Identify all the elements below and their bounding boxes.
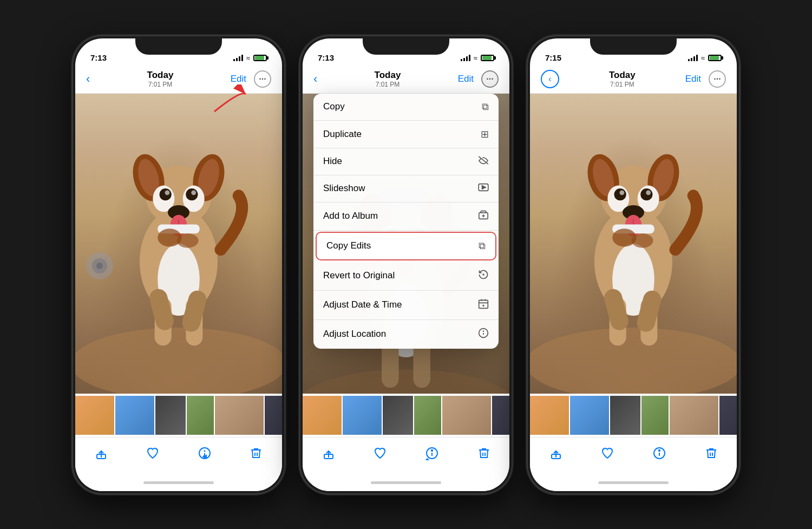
nav-left-1: ‹: [86, 72, 90, 86]
battery-icon-3: [708, 55, 722, 61]
nav-left-2: ‹: [313, 72, 317, 86]
svg-point-76: [620, 190, 625, 195]
delete-button-3[interactable]: [705, 447, 718, 460]
edit-button-2[interactable]: Edit: [458, 74, 474, 84]
nav-title-sub-3: 7:01 PM: [559, 81, 685, 88]
edit-button-3[interactable]: Edit: [685, 74, 701, 84]
nav-left-3: ‹: [541, 70, 559, 88]
svg-point-61: [431, 450, 432, 451]
thumb-3-4[interactable]: [641, 396, 669, 435]
menu-item-slideshow[interactable]: Slideshow: [313, 175, 499, 203]
toolbar-1: +i: [75, 437, 282, 475]
nav-right-2: Edit ···: [458, 70, 499, 88]
battery-icon-1: [253, 55, 267, 61]
home-bar-1: [143, 481, 214, 484]
home-bar-3: [598, 481, 669, 484]
heart-button-2[interactable]: [374, 447, 387, 460]
menu-item-revert[interactable]: Revert to Original: [313, 262, 499, 291]
photo-content-1: [75, 94, 282, 394]
thumb-4[interactable]: [187, 396, 214, 435]
menu-item-add-album[interactable]: Add to Album: [313, 203, 499, 231]
delete-button-1[interactable]: [250, 447, 263, 460]
thumb-2-3[interactable]: [383, 396, 413, 435]
notch-3: [590, 36, 677, 55]
svg-point-75: [640, 188, 652, 200]
menu-item-adjust-location[interactable]: Adjust Location: [313, 320, 499, 349]
heart-button-3[interactable]: [601, 447, 614, 460]
menu-label-adjust-location: Adjust Location: [323, 329, 386, 339]
menu-label-copy: Copy: [323, 101, 345, 112]
status-time-3: 7:15: [545, 53, 561, 62]
arrow-annotation-1: [209, 84, 252, 119]
menu-label-hide: Hide: [323, 156, 342, 167]
svg-text:+i: +i: [203, 454, 207, 459]
thumb-2-6[interactable]: [492, 396, 509, 435]
wifi-icon-1: ≈: [246, 54, 250, 62]
menu-label-revert: Revert to Original: [323, 270, 395, 281]
thumb-3-2[interactable]: [570, 396, 609, 435]
menu-item-copy-edits[interactable]: Copy Edits ⧉: [316, 232, 496, 260]
back-button-3[interactable]: ‹: [541, 70, 559, 88]
svg-point-1: [75, 328, 282, 394]
svg-point-77: [646, 190, 651, 195]
svg-point-13: [165, 190, 170, 195]
more-button-3[interactable]: ···: [709, 70, 726, 88]
status-icons-2: ≈: [461, 54, 494, 62]
svg-point-49: [483, 274, 484, 275]
thumb-2-1[interactable]: [303, 396, 342, 435]
thumb-3-1[interactable]: [530, 396, 569, 435]
menu-item-copy[interactable]: Copy ⧉: [313, 94, 499, 121]
menu-item-hide[interactable]: Hide: [313, 148, 499, 175]
wifi-icon-2: ≈: [474, 54, 477, 62]
thumb-3-5[interactable]: [670, 396, 718, 435]
thumbnail-strip-1: [75, 394, 282, 437]
photo-content-3: [530, 94, 737, 394]
thumb-6[interactable]: [265, 396, 282, 435]
thumb-5[interactable]: [215, 396, 264, 435]
thumb-2[interactable]: [115, 396, 154, 435]
status-icons-3: ≈: [688, 54, 722, 62]
nav-title-main-2: Today: [317, 70, 457, 81]
thumbnail-strip-2: [303, 394, 509, 437]
share-button-3[interactable]: [549, 447, 562, 460]
iphone-3: 7:15 ≈ ‹ Today 7:01 PM: [528, 36, 739, 493]
heart-button-1[interactable]: [146, 447, 159, 460]
thumb-2-4[interactable]: [414, 396, 441, 435]
photo-area-3: [530, 94, 737, 394]
dog-illustration-1: [75, 94, 282, 394]
share-button-2[interactable]: [322, 447, 335, 460]
menu-icon-copy-edits: ⧉: [479, 240, 486, 252]
menu-label-copy-edits: Copy Edits: [326, 240, 371, 251]
red-arrow-svg: [209, 84, 252, 117]
dog-illustration-3: [530, 94, 737, 394]
delete-button-2[interactable]: [477, 447, 490, 460]
info-button-2[interactable]: +: [425, 446, 439, 460]
signal-icon-3: [688, 55, 698, 61]
thumb-3[interactable]: [155, 396, 186, 435]
thumb-3-6[interactable]: [719, 396, 737, 435]
nav-title-2: Today 7:01 PM: [317, 70, 457, 88]
svg-text:+: +: [426, 458, 429, 460]
info-button-1[interactable]: +i: [198, 447, 211, 460]
thumb-3-3[interactable]: [610, 396, 640, 435]
info-button-3[interactable]: [652, 446, 666, 460]
thumb-1[interactable]: [75, 396, 114, 435]
context-menu: Copy ⧉ Duplicate ⊞ Hide: [313, 94, 499, 349]
nav-bar-3: ‹ Today 7:01 PM Edit ···: [530, 66, 737, 94]
thumb-2-2[interactable]: [343, 396, 382, 435]
more-button-1[interactable]: ···: [254, 70, 271, 88]
iphone-1: 7:13 ≈ ‹ Today 7:01 PM: [73, 36, 284, 493]
thumb-2-5[interactable]: [442, 396, 491, 435]
menu-icon-revert: [478, 269, 489, 283]
assistive-touch-1[interactable]: [86, 252, 113, 279]
home-indicator-3: [530, 475, 737, 491]
back-button-2[interactable]: ‹: [313, 72, 317, 86]
menu-item-duplicate[interactable]: Duplicate ⊞: [313, 121, 499, 148]
assistive-inner-1: [92, 258, 107, 273]
back-button-1[interactable]: ‹: [86, 72, 90, 86]
menu-item-adjust-datetime[interactable]: Adjust Date & Time: [313, 291, 499, 320]
iphone-2: 7:13 ≈ ‹ Today 7:01 PM: [300, 36, 512, 493]
more-button-2[interactable]: ···: [481, 70, 499, 88]
edit-button-1[interactable]: Edit: [231, 74, 246, 84]
share-button-1[interactable]: [95, 447, 108, 460]
